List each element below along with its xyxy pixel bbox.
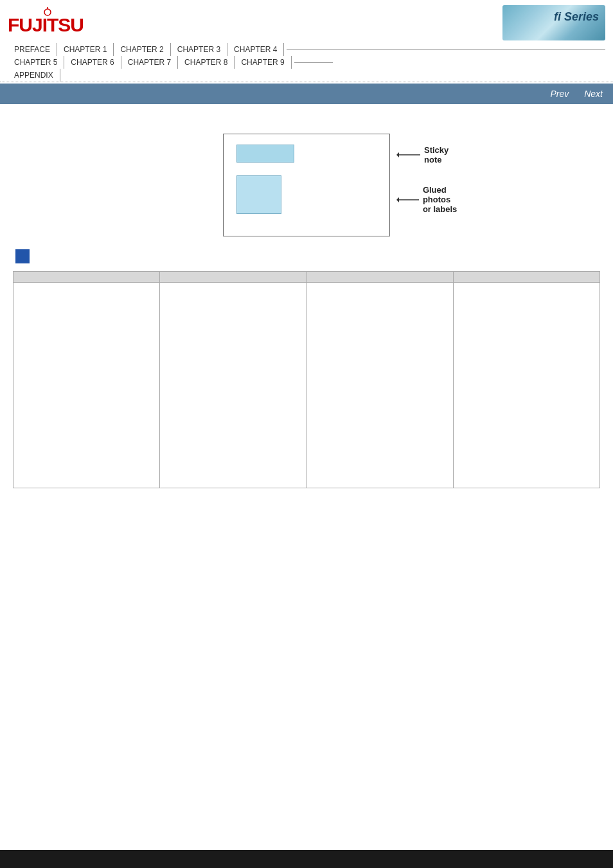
logo-area: FUJITSU: [8, 7, 91, 39]
sticky-note-arrow: Sticky note: [396, 145, 457, 164]
nav-preface[interactable]: PREFACE: [8, 43, 57, 56]
glued-photos-arrow: Glued photos or labels: [396, 185, 460, 214]
glued-photos-sub: or labels: [423, 204, 460, 214]
arrow-svg-1: [396, 151, 420, 159]
fi-series-logo: fi Series: [502, 5, 605, 40]
nav-chapter6[interactable]: CHAPTER 6: [64, 56, 121, 69]
arrow-svg-2: [396, 196, 419, 204]
nav-appendix[interactable]: APPENDIX: [8, 69, 60, 82]
fi-series-text: fi Series: [554, 10, 599, 24]
nav-row-3: APPENDIX: [8, 69, 605, 82]
table-row: [13, 283, 600, 488]
next-button[interactable]: Next: [584, 89, 603, 99]
table-cell-1-2: [160, 283, 306, 488]
glued-photos-label-area: Glued photos or labels: [396, 185, 460, 214]
nav-row-2: CHAPTER 5 CHAPTER 6 CHAPTER 7 CHAPTER 8 …: [8, 56, 605, 69]
main-content: Sticky note Glued photos or labels: [0, 104, 613, 499]
table-header-col2: [160, 272, 306, 283]
svg-text:FUJITSU: FUJITSU: [8, 14, 84, 35]
blue-square-indicator: [15, 249, 30, 263]
nav-row-1: PREFACE CHAPTER 1 CHAPTER 2 CHAPTER 3 CH…: [8, 43, 605, 56]
glued-photos-text: Glued photos or labels: [423, 185, 460, 214]
nav-chapter8[interactable]: CHAPTER 8: [178, 56, 235, 69]
nav-chapter7[interactable]: CHAPTER 7: [121, 56, 178, 69]
table-cell-1-3: [306, 283, 453, 488]
nav-line-2: [294, 62, 333, 63]
table-header-row: [13, 272, 600, 283]
sticky-note-label: Sticky note: [424, 145, 457, 164]
diagram-box: [223, 134, 390, 236]
bottom-bar: [0, 850, 613, 868]
diagram-area: Sticky note Glued photos or labels: [13, 134, 600, 236]
svg-marker-6: [396, 197, 399, 202]
nav-chapter5[interactable]: CHAPTER 5: [8, 56, 64, 69]
table-cell-1-1: [13, 283, 160, 488]
nav-line-1: [287, 49, 605, 50]
nav-area: PREFACE CHAPTER 1 CHAPTER 2 CHAPTER 3 CH…: [0, 43, 613, 82]
header: FUJITSU fi Series: [0, 0, 613, 43]
nav-chapter3[interactable]: CHAPTER 3: [171, 43, 227, 56]
table-header-col1: [13, 272, 160, 283]
nav-chapter2[interactable]: CHAPTER 2: [114, 43, 170, 56]
toolbar: Prev Next: [0, 84, 613, 104]
sticky-note-rect: [236, 145, 294, 163]
table-header-col4: [453, 272, 600, 283]
nav-chapter4[interactable]: CHAPTER 4: [227, 43, 284, 56]
sticky-note-label-area: Sticky note: [396, 145, 457, 164]
table-header-col3: [306, 272, 453, 283]
glued-photo-rect: [236, 175, 281, 214]
svg-marker-4: [396, 152, 399, 157]
nav-chapter9[interactable]: CHAPTER 9: [235, 56, 291, 69]
nav-chapter1[interactable]: CHAPTER 1: [57, 43, 114, 56]
prev-button[interactable]: Prev: [550, 89, 569, 99]
glued-photos-label: Glued photos: [423, 185, 460, 204]
fujitsu-logo: FUJITSU: [8, 7, 91, 39]
table-cell-1-4: [453, 283, 600, 488]
data-table: [13, 271, 600, 488]
